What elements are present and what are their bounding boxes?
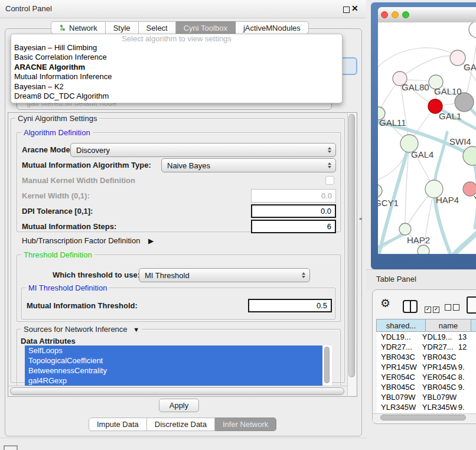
attributes-scrollbar-thumb[interactable] [324,347,330,383]
expand-down-icon[interactable]: ▼ [133,326,139,333]
column-header-name[interactable]: name [425,319,471,332]
deselect-all-checkboxes-icon[interactable] [445,302,461,313]
table-cell: YBL079W [418,392,457,402]
tab-discretize-data[interactable]: Discretize Data [147,418,215,431]
network-node-swi4[interactable] [463,146,476,165]
unchecked-box-icon [453,304,459,311]
group-title-mi-threshold-definition: MI Threshold Definition [26,283,109,292]
table-cell: YPR145W [418,362,457,372]
attribute-item-gal4rgexp[interactable]: gal4RGexp [25,376,322,386]
kernel-width-label: Kernel Width (0,1): [22,191,90,201]
network-node-label: GAL1 [439,111,461,121]
table-row[interactable]: YLR345WYLR345W9. [377,402,476,412]
table-row[interactable]: YBL079WYBL079W [377,392,476,402]
gear-icon[interactable]: ⚙ [380,297,390,310]
network-node-label: GAL10 [434,86,462,96]
table-cell: YDL19... [377,332,418,342]
mi-steps-field[interactable]: 6 [251,220,336,233]
tab-cyni-toolbox[interactable]: Cyni Toolbox [176,21,236,34]
algorithm-option-bayesian-k2[interactable]: Bayesian – K2 [11,82,342,92]
kernel-width-field[interactable]: 0.0 [251,189,336,203]
close-panel-icon[interactable]: ✕ [351,4,358,13]
tab-jactivemnodules[interactable]: jActiveMNodules [236,21,309,34]
document-icon[interactable] [467,296,476,314]
network-node-label: GCY1 [378,198,399,208]
table-row[interactable]: YPR145WYPR145W9. [377,362,476,372]
table-horizontal-scrollbar-thumb[interactable] [380,415,466,420]
tab-select[interactable]: Select [139,21,176,34]
tab-network[interactable]: Network [51,21,106,34]
table-cell: 13 [457,332,476,342]
table-cell: YDR27... [418,342,457,352]
attribute-item-selfloops[interactable]: SelfLoops [25,345,322,356]
dpi-tolerance-value: 0.0 [321,207,331,216]
group-title-cyni-algorithm-settings: Cyni Algorithm Settings [15,114,99,123]
network-canvas[interactable]: GALGAL80GAL10GAL1GAL11GAL4SWI4HAP4YGCY1H… [378,22,476,254]
settings-vertical-scrollbar-thumb[interactable] [348,114,355,377]
table-cell: YDR27... [377,342,418,352]
table-row[interactable]: YDL19...YDL19...13 [377,332,476,342]
table-cell: 9. [457,362,476,372]
aracne-mode-combo[interactable]: Discovery [70,143,336,157]
manual-kernel-checkbox[interactable] [325,176,334,185]
mi-algorithm-type-value: Naive Bayes [167,161,210,170]
table-cell: YBR043C [377,352,418,362]
mi-threshold-field[interactable]: 0.5 [248,299,332,312]
network-node-gcy1[interactable] [378,184,382,197]
network-node-hap2[interactable] [399,223,411,235]
float-window-icon[interactable] [343,6,350,13]
network-node[interactable] [469,22,476,38]
data-attributes-items: SelfLoopsTopologicalCoefficientBetweenne… [25,345,332,386]
app-root: Control Panel ✕ NetworkStyleSelectCyni T… [0,0,476,450]
dock-panel-icon[interactable] [4,445,18,450]
algorithm-option-mutual-information-inference[interactable]: Mutual Information Inference [11,72,342,81]
settings-horizontal-scrollbar[interactable] [8,386,347,397]
tab-style[interactable]: Style [106,21,139,34]
network-node-label: HAP2 [407,235,430,245]
select-all-checkboxes-icon[interactable]: ✓✓ [425,302,441,313]
minimize-window-icon[interactable] [392,11,399,18]
zoom-window-icon[interactable] [402,11,409,18]
settings-horizontal-scrollbar-thumb[interactable] [10,387,344,395]
group-title-sources: Sources for Network Inference ▼ [21,325,142,334]
tab-infer-network[interactable]: Infer Network [215,418,276,431]
tab-label: Style [113,24,131,32]
algorithm-option-aracne-algorithm[interactable]: ARACNE Algorithm [11,63,342,72]
table-cell [457,392,476,402]
tab-impute-data[interactable]: Impute Data [89,418,147,431]
algorithm-option-dream8-dc-tdc-algorithm[interactable]: Dream8 DC_TDC Algorithm [11,92,342,101]
dpi-tolerance-field[interactable]: 0.0 [251,204,336,218]
which-threshold-combo[interactable]: MI Threshold [139,268,310,282]
table-row[interactable]: YER054CYER054C8. [377,372,476,382]
tab-label: Cyni Toolbox [184,24,227,32]
hub-definition-toggle[interactable]: Hub/Transcription Factor Definition ▶ [22,236,154,246]
mi-algorithm-type-combo[interactable]: Naive Bayes [161,158,336,172]
which-threshold-label: Which threshold to use: [53,270,140,281]
algorithm-option-basic-correlation-inference[interactable]: Basic Correlation Inference [11,53,342,62]
table-horizontal-scrollbar[interactable] [373,413,476,422]
apply-button[interactable]: Apply [159,399,199,412]
mi-steps-value: 6 [327,222,331,231]
aracne-mode-value: Discovery [76,146,110,155]
settings-vertical-scrollbar[interactable] [347,113,356,396]
table-cell: YLR345W [418,402,457,412]
table-row[interactable]: YBR045CYBR045C9. [377,382,476,392]
data-attributes-list[interactable]: SelfLoopsTopologicalCoefficientBetweenne… [25,345,332,386]
algorithm-option-bayesian-hill-climbing[interactable]: Bayesian – Hill Climbing [11,43,342,53]
column-header-shared[interactable]: shared... [376,319,426,332]
table-row[interactable]: YDR27...YDR27...12 [377,342,476,352]
settings-scroll-pane: Cyni Algorithm Settings Algorithm Defini… [8,112,357,397]
attribute-item-betweennesscentrality[interactable]: BetweennessCentrality [25,366,322,376]
attribute-item-topologicalcoefficient[interactable]: TopologicalCoefficient [25,356,322,366]
split-pane-handle-icon[interactable]: ◄ [358,216,363,221]
inference-combo-focus-fragment[interactable] [340,57,357,75]
dpi-tolerance-label: DPI Tolerance [0,1]: [22,206,93,217]
table-row[interactable]: YBR043CYBR043C [377,352,476,362]
close-window-icon[interactable] [381,11,388,18]
algorithm-dropdown-popup: Select algorithm to view settings Bayesi… [11,34,343,103]
network-node-label: GAL4 [411,149,433,159]
columns-icon[interactable] [403,300,418,313]
column-header-2[interactable] [471,319,476,332]
network-node[interactable] [418,245,429,254]
combo-arrows-icon [328,162,331,168]
